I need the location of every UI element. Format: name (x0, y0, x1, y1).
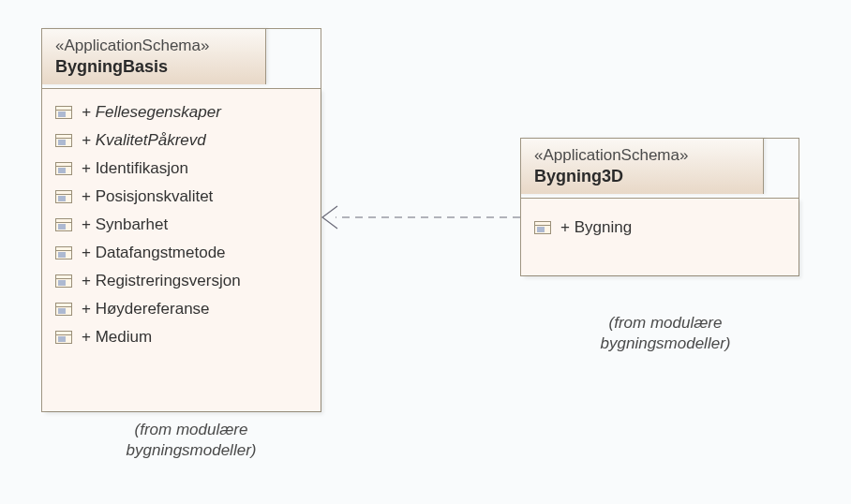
package-body: + Fellesegenskaper + KvalitetPåkrevd + I… (42, 88, 321, 411)
classifier-label: + Synbarhet (82, 215, 168, 234)
package-caption-left: (from modulære bygningsmodeller) (97, 420, 285, 461)
datatype-icon (55, 331, 72, 344)
classifier-item: + Fellesegenskaper (42, 98, 321, 126)
package-name: BygningBasis (55, 57, 252, 77)
classifier-item: + Bygning (521, 214, 799, 242)
classifier-item: + Medium (42, 323, 321, 351)
package-bygningbasis: «ApplicationSchema» BygningBasis + Felle… (41, 28, 321, 412)
classifier-label: + Medium (82, 328, 152, 347)
classifier-label: + Bygning (560, 218, 632, 237)
datatype-icon (55, 274, 72, 288)
classifier-item: + Registreringsversjon (42, 267, 321, 295)
classifier-item: + Synbarhet (42, 211, 321, 239)
package-name: Bygning3D (534, 167, 750, 186)
datatype-icon (55, 218, 72, 231)
datatype-icon (534, 221, 551, 234)
classifier-label: + Posisjonskvalitet (82, 187, 213, 206)
classifier-item: + Identifikasjon (42, 155, 321, 183)
classifier-label: + Høydereferanse (82, 300, 210, 319)
datatype-icon (55, 190, 72, 203)
classifier-label: + Identifikasjon (82, 159, 188, 178)
classifier-label: + KvalitetPåkrevd (82, 131, 206, 150)
package-tab: «ApplicationSchema» Bygning3D (520, 138, 764, 194)
datatype-icon (55, 303, 72, 316)
stereotype-label: «ApplicationSchema» (534, 146, 750, 165)
classifier-label: + Registreringsversjon (82, 272, 241, 290)
classifier-item: + KvalitetPåkrevd (42, 126, 321, 155)
classifier-label: + Fellesegenskaper (82, 103, 221, 122)
datatype-icon (55, 246, 72, 259)
stereotype-label: «ApplicationSchema» (55, 37, 252, 55)
package-caption-right: (from modulære bygningsmodeller) (572, 313, 759, 354)
datatype-icon (55, 162, 72, 175)
classifier-item: + Høydereferanse (42, 295, 321, 323)
classifier-label: + Datafangstmetode (82, 244, 226, 262)
classifier-item: + Datafangstmetode (42, 239, 321, 267)
classifier-item: + Posisjonskvalitet (42, 183, 321, 211)
package-body: + Bygning (521, 198, 799, 275)
package-bygning3d: «ApplicationSchema» Bygning3D + Bygning (520, 138, 799, 276)
package-tab: «ApplicationSchema» BygningBasis (41, 28, 266, 84)
datatype-icon (55, 106, 72, 119)
datatype-icon (55, 134, 72, 147)
